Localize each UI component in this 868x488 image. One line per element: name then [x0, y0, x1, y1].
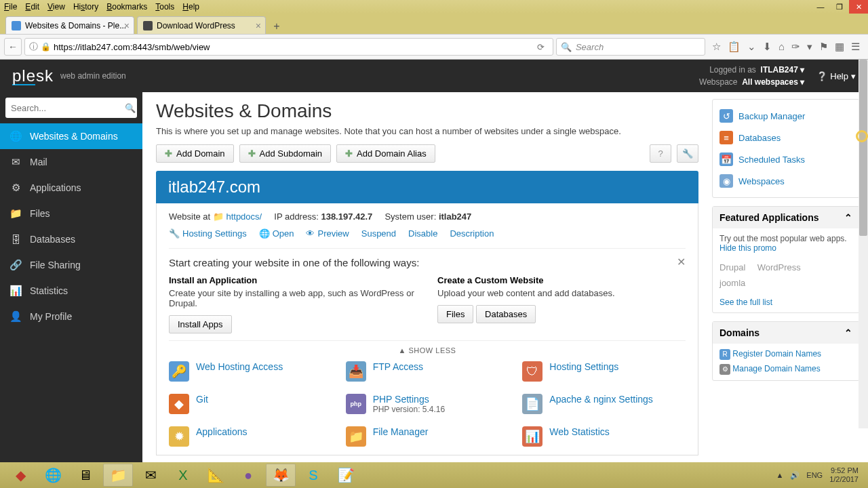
domain-link-hosting-settings[interactable]: 🔧Hosting Settings [169, 228, 247, 239]
tool-ftp-access[interactable]: 📥FTP Access [346, 361, 509, 382]
menu-help[interactable]: Help [182, 2, 199, 12]
task-thunderbird[interactable]: ✉ [136, 464, 165, 487]
menu-tools[interactable]: Tools [155, 2, 174, 12]
home-icon[interactable]: ⌂ [778, 41, 785, 53]
domain-link-suspend[interactable]: Suspend [361, 228, 396, 239]
domain-link-open[interactable]: 🌐Open [259, 228, 294, 239]
add-subdomain-button[interactable]: ✚Add Subdomain [239, 144, 332, 163]
search-icon[interactable]: 🔍 [125, 103, 136, 113]
tools-icon-button[interactable]: 🔧 [677, 144, 698, 163]
task-excel[interactable]: X [168, 464, 198, 487]
tool-web-hosting-access[interactable]: 🔑Web Hosting Access [169, 361, 332, 382]
close-icon[interactable]: ✕ [677, 256, 686, 268]
help-icon-button[interactable]: ? [650, 144, 671, 163]
menu-edit[interactable]: Edit [25, 2, 39, 12]
new-tab-button[interactable]: + [269, 19, 285, 34]
sidebar-item-mail[interactable]: ✉Mail [0, 149, 142, 175]
tray-volume-icon[interactable]: 🔊 [790, 471, 800, 480]
tray-lang[interactable]: ENG [806, 471, 823, 479]
sidebar-item-files[interactable]: 📁Files [0, 201, 142, 226]
sidebar-search-input[interactable] [11, 103, 125, 113]
task-skype[interactable]: S [298, 464, 328, 487]
tool-php-settings[interactable]: phpPHP SettingsPHP version: 5.4.16 [346, 394, 509, 414]
install-apps-button[interactable]: Install Apps [169, 315, 232, 333]
flag-icon[interactable]: ⚑ [819, 41, 828, 53]
task-ie[interactable]: 🌐 [38, 464, 68, 487]
featured-app[interactable]: joomla [719, 278, 745, 288]
sidebar-search[interactable]: 🔍 [5, 98, 137, 118]
domain-header[interactable]: itlab247.com [156, 171, 698, 203]
tool-apache-nginx-settings[interactable]: 📄Apache & nginx Settings [522, 394, 686, 414]
dropdown-icon[interactable]: ▾ [807, 41, 812, 53]
tray-up-icon[interactable]: ▲ [776, 471, 783, 479]
pocket-icon[interactable]: ⌄ [747, 41, 756, 53]
scrollbar[interactable] [859, 60, 868, 428]
tool-applications[interactable]: ✹Applications [169, 426, 332, 447]
search-field[interactable]: 🔍 Search [556, 38, 705, 56]
sidebar-item-statistics[interactable]: 📊Statistics [0, 278, 142, 304]
databases-button[interactable]: Databases [476, 305, 536, 323]
domain-link-preview[interactable]: 👁Preview [306, 228, 349, 239]
help-button[interactable]: ❔ Help ▾ [816, 71, 856, 81]
browser-tab-active[interactable]: Websites & Domains - Ple... × [5, 16, 134, 34]
register-domain-link[interactable]: Register Domain Names [732, 349, 821, 359]
task-app[interactable]: ◆ [5, 464, 35, 487]
manage-domain-link[interactable]: Manage Domain Names [732, 364, 820, 373]
quicklink-backup-manager[interactable]: ↺Backup Manager [719, 105, 852, 127]
menu-view[interactable]: View [47, 2, 65, 12]
task-firefox[interactable]: 🦊 [266, 464, 296, 487]
featured-app[interactable]: Drupal [719, 262, 745, 272]
domain-link-description[interactable]: Description [450, 228, 494, 239]
back-button[interactable]: ← [4, 38, 22, 56]
tool-web-statistics[interactable]: 📊Web Statistics [522, 426, 686, 447]
tab-close-icon[interactable]: × [256, 20, 261, 31]
sidebar-item-databases[interactable]: 🗄Databases [0, 226, 142, 252]
quicklink-webspaces[interactable]: ◉Webspaces [719, 170, 852, 192]
show-less-toggle[interactable]: ▲ SHOW LESS [169, 340, 686, 354]
hamburger-icon[interactable]: ☰ [851, 41, 860, 53]
tray-clock[interactable]: 9:52 PM1/2/2017 [829, 466, 859, 484]
reload-icon[interactable]: ⟳ [537, 42, 545, 52]
window-close[interactable]: ✕ [849, 0, 868, 14]
task-visio[interactable]: 📐 [201, 464, 231, 487]
sidebar-item-websites-domains[interactable]: 🌐Websites & Domains [0, 123, 142, 149]
chevron-up-icon[interactable]: ⌃ [844, 327, 852, 338]
chevron-up-icon[interactable]: ⌃ [844, 212, 852, 223]
menu-file[interactable]: File [4, 2, 17, 12]
task-explorer[interactable]: 🖥 [71, 464, 100, 487]
menu-bookmarks[interactable]: Bookmarks [106, 2, 147, 12]
reader-icon[interactable]: ▦ [835, 41, 844, 53]
tool-file-manager[interactable]: 📁File Manager [346, 426, 509, 447]
bookmark-star-icon[interactable]: ☆ [712, 41, 721, 53]
files-button[interactable]: Files [437, 305, 473, 323]
sidebar-item-file-sharing[interactable]: 🔗File Sharing [0, 252, 142, 278]
domain-link-disable[interactable]: Disable [408, 228, 437, 239]
window-restore[interactable]: ❐ [830, 0, 849, 14]
browser-tab[interactable]: Download WordPress × [137, 16, 266, 34]
user-dropdown[interactable]: ITLAB247 ▾ [761, 65, 805, 75]
add-alias-button[interactable]: ✚Add Domain Alias [336, 144, 435, 163]
window-minimize[interactable]: — [811, 0, 830, 14]
sidebar-item-my-profile[interactable]: 👤My Profile [0, 304, 142, 329]
task-notepad[interactable]: 📝 [331, 464, 361, 487]
see-full-list-link[interactable]: See the full list [719, 298, 772, 307]
add-domain-button[interactable]: ✚Add Domain [156, 144, 234, 163]
menu-history[interactable]: History [73, 2, 98, 12]
task-viber[interactable]: ● [233, 464, 263, 487]
downloads-icon[interactable]: ⬇ [763, 41, 772, 53]
task-files[interactable]: 📁 [103, 464, 133, 487]
tool-git[interactable]: ◆Git [169, 394, 332, 414]
httpdocs-link[interactable]: httpdocs/ [226, 211, 262, 222]
sidebar-item-applications[interactable]: ⚙Applications [0, 175, 142, 201]
quicklink-scheduled-tasks[interactable]: 📅Scheduled Tasks [719, 148, 852, 170]
info-icon[interactable]: ⓘ [29, 41, 38, 53]
plugin-icon[interactable]: ✑ [791, 41, 800, 53]
quicklink-databases[interactable]: ≡Databases [719, 127, 852, 148]
plesk-logo[interactable]: plesk [12, 66, 54, 85]
clipboard-icon[interactable]: 📋 [728, 41, 741, 53]
hide-promo-link[interactable]: Hide this promo [719, 243, 776, 253]
featured-app[interactable]: WordPress [757, 262, 801, 272]
tool-hosting-settings[interactable]: 🛡Hosting Settings [522, 361, 686, 382]
webspace-dropdown[interactable]: All webspaces ▾ [742, 77, 804, 87]
url-field[interactable]: ⓘ 🔒 https://itlab247.com:8443/smb/web/vi… [24, 38, 553, 56]
